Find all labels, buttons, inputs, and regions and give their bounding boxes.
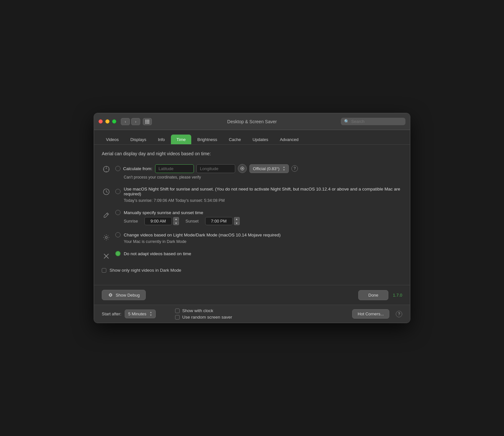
longitude-input[interactable] [196,164,235,173]
sunset-stepper: ▲ ▼ [234,217,240,225]
description-text: Aerial can display day and night videos … [102,151,402,156]
option-manual: Manually specify sunrise and sunset time… [102,210,402,225]
grid-button[interactable] [143,118,152,125]
tab-info[interactable]: Info [152,135,171,144]
done-button[interactable]: Done [358,290,388,300]
calculate-body: Calculate from: O [115,164,402,180]
sunset-down[interactable]: ▼ [234,221,240,225]
debug-button[interactable]: Show Debug [102,290,146,300]
search-box[interactable]: 🔍 [341,118,405,125]
official-dropdown[interactable]: Official (0.83°) ▲ ▼ [249,164,289,173]
svg-rect-5 [148,121,149,122]
edit-icon [102,211,111,220]
radio-lightdark[interactable] [115,232,121,237]
svg-rect-8 [148,123,149,124]
sunset-up[interactable]: ▲ [234,217,240,221]
night-videos-checkbox[interactable] [102,268,106,273]
help-button-1[interactable]: ? [291,165,298,172]
svg-point-20 [242,168,243,169]
svg-rect-1 [147,120,148,121]
main-content: Aerial can display day and night videos … [94,145,410,285]
radio-calculate[interactable] [115,166,121,171]
manual-body: Manually specify sunrise and sunset time… [115,210,402,225]
search-icon: 🔍 [344,119,349,124]
start-after-dropdown[interactable]: 5 Minutes ▲ ▼ [125,310,156,318]
option-nightshift: Use macOS Night Shift for sunrise and su… [102,187,402,203]
coords-row: Calculate from: O [115,164,402,173]
tab-updates[interactable]: Updates [247,135,274,144]
manual-label: Manually specify sunrise and sunset time [124,210,203,215]
forward-button[interactable]: › [131,118,140,125]
latitude-input[interactable] [155,164,194,173]
sunrise-label: Sunrise [124,219,138,223]
window-title: Desktop & Screen Saver [227,119,277,124]
nightshift-body: Use macOS Night Shift for sunrise and su… [115,187,402,203]
tab-time[interactable]: Time [171,135,191,144]
tab-cache[interactable]: Cache [223,135,247,144]
dropdown-label: Official (0.83°) [253,166,279,171]
traffic-lights [99,119,116,124]
sunset-label: Sunset [185,219,198,223]
option-noadapt: Do not adapt videos based on time [102,251,402,261]
lightdark-header: Change videos based on Light Mode/Dark M… [115,232,402,237]
darkmode-sub: Your Mac is currently in Dark Mode [124,239,402,244]
random-row: Use random screen saver [175,315,232,320]
tab-videos[interactable]: Videos [100,135,124,144]
back-button[interactable]: ‹ [121,118,130,125]
bottom-buttons: Show Debug Done 1.7.0 [94,285,410,305]
hot-corners-button[interactable]: Hot Corners... [352,309,389,319]
calculate-label: Calculate from: [123,166,152,171]
nav-buttons: ‹ › [121,118,152,125]
manual-header: Manually specify sunrise and sunset time [115,210,402,215]
svg-rect-7 [147,123,148,124]
maximize-button[interactable] [112,119,116,124]
main-window: ‹ › Desktop & Screen Saver 🔍 [94,113,410,323]
minimize-button[interactable] [105,119,110,124]
gear-icon [102,233,111,242]
show-with-clock-label: Show with clock [182,308,213,313]
time-row: Sunrise ▲ ▼ Sunset ▲ ▼ [124,217,402,225]
tab-displays[interactable]: Displays [125,135,152,144]
option-lightdark: Change videos based on Light Mode/Dark M… [102,232,402,244]
night-videos-label: Show only night videos in Dark Mode [110,268,181,273]
show-with-clock-group: Show with clock Use random screen saver [175,308,232,320]
radio-manual[interactable] [115,210,121,215]
start-after-value: 5 Minutes [128,311,146,316]
debug-label: Show Debug [116,293,140,298]
x-icon [102,252,111,261]
version-text: 1.7.0 [393,293,402,298]
compass-icon [102,165,111,174]
noadapt-label: Do not adapt videos based on time [124,251,191,256]
svg-point-28 [110,294,111,296]
close-button[interactable] [99,119,103,124]
lightdark-label: Change videos based on Light Mode/Dark M… [124,233,281,237]
tab-advanced[interactable]: Advanced [274,135,304,144]
random-saver-checkbox[interactable] [175,315,180,320]
sunrise-input[interactable] [144,217,172,225]
search-input[interactable] [351,119,402,124]
radio-noadapt[interactable] [115,251,121,256]
start-after-group: Start after: 5 Minutes ▲ ▼ [102,310,156,318]
clock-row: Show with clock [175,308,232,313]
sunset-input[interactable] [205,217,233,225]
sunrise-info: Today's sunrise: 7:09:06 AM Today's suns… [124,198,402,203]
svg-line-23 [106,192,108,192]
status-bar: Start after: 5 Minutes ▲ ▼ Show with clo… [94,305,410,323]
help-button-status[interactable]: ? [396,311,402,317]
sunrise-input-group: ▲ ▼ [144,217,179,225]
lightdark-body: Change videos based on Light Mode/Dark M… [115,232,402,244]
dropdown-arrows: ▲ ▼ [283,166,285,171]
show-with-clock-checkbox[interactable] [175,309,180,313]
tab-brightness[interactable]: Brightness [192,135,223,144]
sunrise-down[interactable]: ▼ [173,221,179,225]
sunrise-up[interactable]: ▲ [173,217,179,221]
radio-nightshift[interactable] [115,189,121,194]
locate-button[interactable] [238,164,247,173]
clock-icon [102,187,111,196]
svg-line-24 [107,213,108,215]
error-text: Can't process your coordinates, please v… [124,175,402,180]
svg-rect-6 [145,123,146,124]
option-calculate: Calculate from: O [102,164,402,180]
start-after-label: Start after: [102,311,121,316]
noadapt-header: Do not adapt videos based on time [115,251,191,256]
